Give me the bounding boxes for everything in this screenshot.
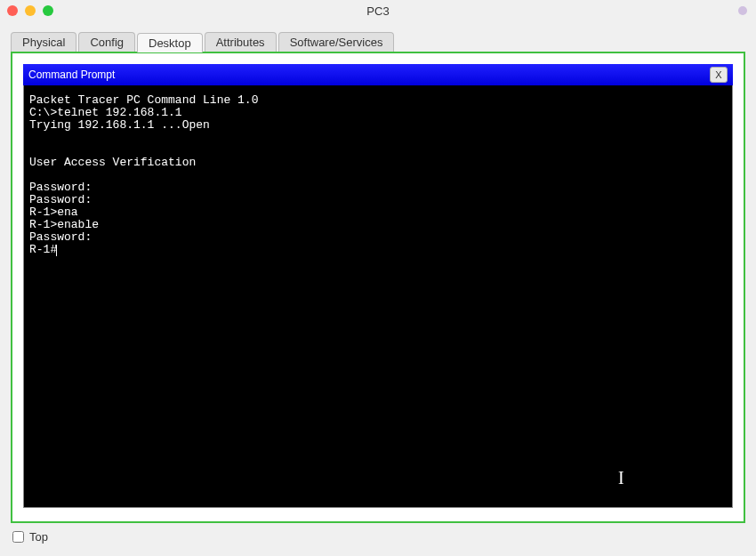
top-checkbox-label: Top xyxy=(29,530,48,544)
tab-config[interactable]: Config xyxy=(78,32,135,52)
terminal-line: R-1# xyxy=(29,243,57,256)
window-titlebar: PC3 xyxy=(0,0,756,21)
tab-desktop[interactable]: Desktop xyxy=(137,33,203,52)
terminal-line: Password: xyxy=(29,230,99,244)
tabs-row: Physical Config Desktop Attributes Softw… xyxy=(0,30,756,52)
tab-physical[interactable]: Physical xyxy=(11,32,76,52)
traffic-lights xyxy=(7,5,53,16)
close-window-icon[interactable] xyxy=(7,5,18,16)
desktop-content-area: Command Prompt X Packet Tracer PC Comman… xyxy=(11,52,745,523)
tab-software-services[interactable]: Software/Services xyxy=(278,32,395,52)
terminal-cursor-icon xyxy=(56,245,57,256)
maximize-window-icon[interactable] xyxy=(43,5,53,16)
command-prompt-close-button[interactable]: X xyxy=(710,67,728,83)
terminal-line: Password: xyxy=(29,193,99,206)
terminal-line: R-1>enable xyxy=(29,218,99,231)
command-prompt-titlebar: Command Prompt X xyxy=(23,64,733,85)
terminal-line: Packet Tracer PC Command Line 1.0 xyxy=(29,93,258,107)
terminal-line: R-1>ena xyxy=(29,205,78,219)
minimize-window-icon[interactable] xyxy=(25,5,36,16)
terminal[interactable]: Packet Tracer PC Command Line 1.0 C:\>te… xyxy=(23,85,733,508)
top-checkbox[interactable] xyxy=(12,531,24,543)
text-cursor-icon: I xyxy=(618,471,624,484)
terminal-line: C:\>telnet 192.168.1.1 xyxy=(29,106,182,119)
terminal-line: Trying 192.168.1.1 ...Open xyxy=(29,118,210,132)
terminal-line: Password: xyxy=(29,181,99,194)
command-prompt-title: Command Prompt xyxy=(28,68,115,81)
bottom-row: Top xyxy=(0,523,756,551)
tab-attributes[interactable]: Attributes xyxy=(205,32,277,52)
terminal-line: User Access Verification xyxy=(29,156,196,169)
corner-dot-icon xyxy=(738,6,747,15)
window-title: PC3 xyxy=(366,4,389,18)
